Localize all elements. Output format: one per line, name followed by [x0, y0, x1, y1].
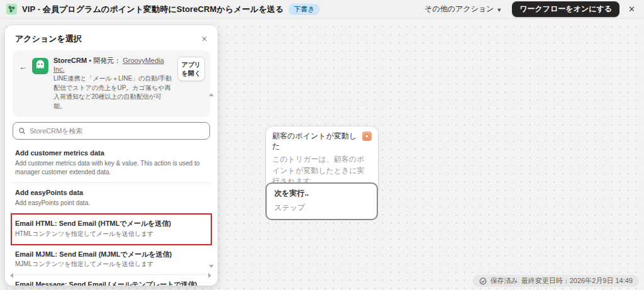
- scroll-down-arrow[interactable]: [209, 265, 214, 268]
- action-title: Email Message: Send Email (メールテンプレートで送信): [15, 280, 208, 286]
- trigger-title: 顧客のポイントが変動した: [272, 131, 358, 151]
- action-title: Email HTML: Send Email (HTMLでメールを送信): [15, 219, 208, 228]
- flow-app-icon: [6, 4, 17, 14]
- developer-prefix: 開発元：: [93, 57, 121, 64]
- top-bar: VIP - 会員プログラムのポイント変動時にStoreCRMからメールを送る 下…: [0, 0, 644, 19]
- action-desc: Add easyPoints point data.: [15, 199, 208, 208]
- action-title: Add customer metrics data: [15, 148, 208, 158]
- action-item-add-customer-metrics[interactable]: Add customer metrics data Add customer m…: [11, 143, 211, 183]
- panel-title: アクションを選択: [15, 33, 82, 45]
- save-status-pill: 保存済み 最終変更日時：2026年2月9日 14:49: [473, 275, 639, 287]
- panel-close-icon[interactable]: ✕: [201, 35, 208, 43]
- app-title-line: StoreCRM • 開発元： GroovyMedia Inc.: [53, 56, 172, 73]
- action-list: Add customer metrics data Add customer m…: [5, 143, 218, 286]
- last-modified-label: 最終変更日時：2026年2月9日 14:49: [521, 276, 633, 286]
- workflow-title: VIP - 会員プログラムのポイント変動時にStoreCRMからメールを送る: [22, 4, 284, 15]
- trigger-app-icon: [362, 131, 372, 141]
- back-arrow-icon[interactable]: ←: [19, 62, 27, 72]
- search-box: [13, 122, 210, 140]
- scroll-up-arrow[interactable]: [209, 93, 214, 96]
- app-name: StoreCRM: [53, 57, 87, 64]
- step-placeholder-node[interactable]: 次を実行.. ステップ: [265, 182, 378, 220]
- step-subtitle: ステップ: [274, 203, 369, 213]
- action-desc: MJMLコンテンツを指定してメールを送信します: [15, 260, 208, 269]
- open-app-button[interactable]: アプリ を開く: [177, 57, 205, 81]
- app-description: LINE連携と「メール＋LINE」の自動/手動配信でストアの売上をUP。カゴ落ち…: [53, 74, 172, 111]
- separator-dot: •: [89, 57, 91, 64]
- chevron-down-icon: ▼: [496, 7, 502, 13]
- saved-check-icon: [479, 277, 487, 285]
- turn-on-workflow-button[interactable]: ワークフローをオンにする: [512, 1, 619, 17]
- search-icon: [18, 127, 26, 135]
- storecrm-logo-icon: [32, 58, 48, 74]
- action-desc: HTMLコンテンツを指定してメールを送信します: [15, 230, 208, 238]
- app-info-card: ← StoreCRM • 開発元： GroovyMedia Inc. LINE連…: [13, 50, 210, 117]
- action-title: Email MJML: Send Email (MJMLでメールを送信): [15, 250, 208, 259]
- close-editor-icon[interactable]: ✕: [628, 4, 635, 14]
- saved-label: 保存済み: [490, 276, 518, 286]
- action-item-add-easypoints[interactable]: Add easyPoints data Add easyPoints point…: [11, 183, 211, 214]
- more-actions-label: その他のアクション: [425, 4, 494, 14]
- action-picker-panel: アクションを選択 ✕ ← StoreCRM • 開発元： GroovyMedia…: [5, 25, 218, 286]
- draft-status-badge: 下書き: [289, 4, 319, 15]
- more-actions-button[interactable]: その他のアクション ▼: [419, 2, 507, 16]
- action-desc: Add customer metrics data with key & val…: [15, 159, 208, 177]
- scroll-left-arrow[interactable]: [10, 273, 13, 278]
- step-title: 次を実行..: [274, 188, 369, 199]
- search-input[interactable]: [30, 127, 204, 135]
- action-item-email-mjml[interactable]: Email MJML: Send Email (MJMLでメールを送信) MJM…: [11, 245, 211, 276]
- scroll-right-arrow[interactable]: [208, 273, 211, 278]
- action-item-email-message[interactable]: Email Message: Send Email (メールテンプレートで送信)…: [11, 275, 211, 286]
- action-title: Add easyPoints data: [15, 188, 208, 198]
- action-item-email-html[interactable]: Email HTML: Send Email (HTMLでメールを送信) HTM…: [11, 214, 211, 245]
